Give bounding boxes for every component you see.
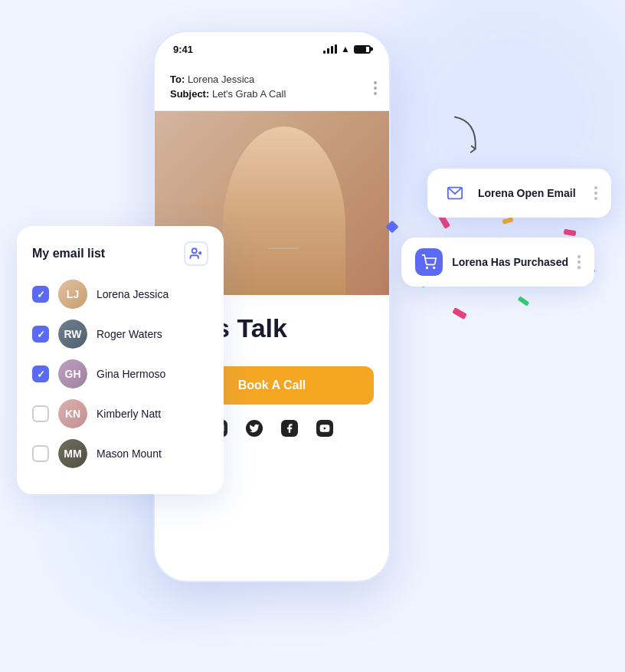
- to-label: To:: [170, 74, 185, 85]
- confetti-piece: [502, 217, 513, 224]
- svg-point-4: [192, 248, 197, 253]
- contact-item: KN Kimberly Natt: [32, 399, 208, 428]
- signal-icon: [323, 44, 337, 54]
- contact-name-kimberly: Kimberly Natt: [97, 408, 161, 420]
- contact-checkbox-gina[interactable]: ✓: [32, 366, 49, 382]
- email-subject-row: Subject: Let's Grab A Call: [170, 88, 374, 100]
- email-menu-dots[interactable]: [374, 81, 377, 95]
- contact-checkbox-kimberly[interactable]: [32, 405, 49, 422]
- notification-menu[interactable]: [594, 186, 597, 200]
- notification-email-open: Lorena Open Email: [427, 169, 611, 218]
- phone-status-icons: ▲: [323, 44, 371, 54]
- confetti-piece: [452, 307, 467, 320]
- cart-notification-icon: [415, 248, 443, 276]
- purchase-notification-menu[interactable]: [578, 255, 581, 269]
- email-list-card: My email list ✓ LJ Lorena Jes: [17, 226, 224, 494]
- scene: 9:41 ▲ To: Lorena Jessica: [0, 0, 625, 672]
- email-list-header: My email list: [32, 241, 208, 266]
- avatar-roger: RW: [58, 320, 87, 349]
- portrait-shape: [223, 126, 345, 295]
- subject-label: Subject:: [170, 88, 209, 100]
- necklace: [268, 247, 299, 249]
- contact-name-mason: Mason Mount: [97, 447, 162, 460]
- phone-status-bar: 9:41 ▲: [155, 32, 389, 66]
- contact-list: ✓ LJ Lorena Jessica ✓ RW Roger Waters: [32, 280, 208, 468]
- contact-checkbox-lorena[interactable]: ✓: [32, 286, 49, 303]
- youtube-icon[interactable]: [316, 420, 333, 437]
- contact-checkbox-mason[interactable]: [32, 445, 49, 462]
- email-to-row: To: Lorena Jessica: [170, 74, 374, 85]
- contact-item: ✓ LJ Lorena Jessica: [32, 280, 208, 309]
- facebook-icon[interactable]: [281, 420, 298, 437]
- email-header: To: Lorena Jessica Subject: Let's Grab A…: [155, 66, 389, 111]
- avatar-kimberly: KN: [58, 399, 87, 428]
- contact-item: MM Mason Mount: [32, 439, 208, 468]
- battery-icon: [354, 45, 371, 54]
- add-user-button[interactable]: [184, 241, 208, 266]
- email-notification-icon: [441, 179, 469, 207]
- contact-name-lorena: Lorena Jessica: [97, 288, 169, 300]
- purchase-text: Lorena Has Purchased: [452, 256, 568, 268]
- arrow-indicator: [432, 107, 492, 171]
- confetti-piece: [518, 296, 530, 306]
- notification-purchase: Lorena Has Purchased: [401, 238, 594, 287]
- contact-item: ✓ GH Gina Hermoso: [32, 359, 208, 388]
- twitter-icon[interactable]: [246, 420, 263, 437]
- contact-name-gina: Gina Hermoso: [97, 368, 165, 380]
- avatar-mason: MM: [58, 439, 87, 468]
- email-list-title: My email list: [32, 247, 105, 261]
- contact-checkbox-roger[interactable]: ✓: [32, 326, 49, 343]
- phone-time: 9:41: [173, 44, 193, 55]
- svg-point-8: [427, 267, 428, 269]
- avatar-gina: GH: [58, 359, 87, 388]
- wifi-icon: ▲: [341, 44, 350, 54]
- email-open-text: Lorena Open Email: [478, 187, 585, 199]
- svg-point-9: [434, 267, 435, 269]
- confetti-piece: [564, 229, 577, 237]
- avatar-lorena: LJ: [58, 280, 87, 309]
- subject-value: Let's Grab A Call: [212, 88, 286, 100]
- contact-name-roger: Roger Waters: [97, 328, 162, 340]
- contact-item: ✓ RW Roger Waters: [32, 320, 208, 349]
- to-value: Lorena Jessica: [188, 74, 254, 85]
- bg-blob-1: [357, 0, 625, 268]
